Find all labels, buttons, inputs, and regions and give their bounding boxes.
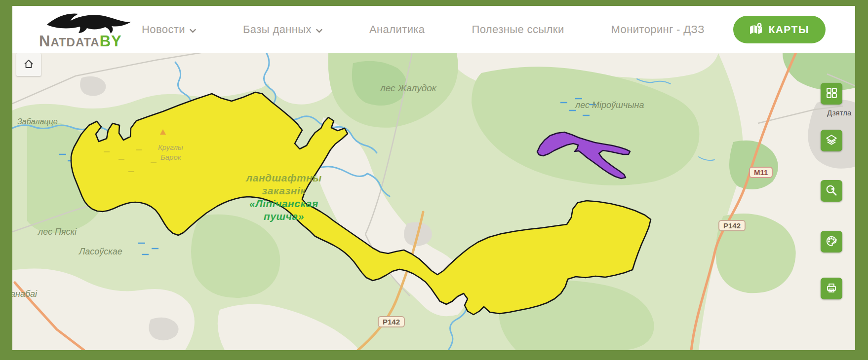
- grid-icon: [826, 87, 838, 101]
- search-icon: [825, 184, 838, 198]
- site-header: NATDATABY Новости Базы данных Аналитика …: [12, 6, 855, 53]
- map-style-button[interactable]: [821, 231, 842, 252]
- map-grid-button[interactable]: [821, 83, 842, 105]
- nav-item-label: Аналитика: [369, 23, 425, 36]
- nav-item-label: Базы данных: [243, 23, 312, 36]
- page-frame: NATDATABY Новости Базы данных Аналитика …: [0, 0, 868, 360]
- nav-item-label: Мониторинг - ДЗЗ: [611, 23, 705, 36]
- nav-item-links[interactable]: Полезные ссылки: [472, 23, 564, 36]
- home-extent-button[interactable]: [16, 53, 41, 76]
- home-icon: [22, 58, 35, 72]
- main-nav: Новости Базы данных Аналитика Полезные с…: [142, 6, 705, 53]
- map-basemap: [12, 53, 855, 350]
- map-layers-button[interactable]: [821, 130, 842, 151]
- map-print-button[interactable]: [821, 278, 842, 299]
- chevron-down-icon: [190, 23, 196, 36]
- site-logo[interactable]: NATDATABY: [26, 6, 145, 53]
- nav-item-label: Полезные ссылки: [472, 23, 564, 36]
- printer-icon: [825, 282, 838, 296]
- palette-icon: [825, 235, 838, 249]
- nav-item-analytics[interactable]: Аналитика: [369, 23, 425, 36]
- chevron-down-icon: [316, 23, 322, 36]
- nav-item-news[interactable]: Новости: [142, 23, 196, 36]
- map-canvas[interactable]: Забалацце Круглы Барок лес Жалудок лес М…: [12, 53, 855, 350]
- nav-item-label: Новости: [142, 23, 185, 36]
- nav-item-monitoring[interactable]: Мониторинг - ДЗЗ: [611, 23, 705, 36]
- map-search-button[interactable]: [821, 180, 842, 202]
- maps-button[interactable]: КАРТЫ: [733, 16, 826, 43]
- brand-text: NATDATABY: [39, 33, 122, 50]
- layers-icon: [825, 134, 838, 148]
- maps-button-label: КАРТЫ: [768, 24, 809, 36]
- map-pin-icon: [750, 23, 763, 37]
- nav-item-databases[interactable]: Базы данных: [243, 23, 322, 36]
